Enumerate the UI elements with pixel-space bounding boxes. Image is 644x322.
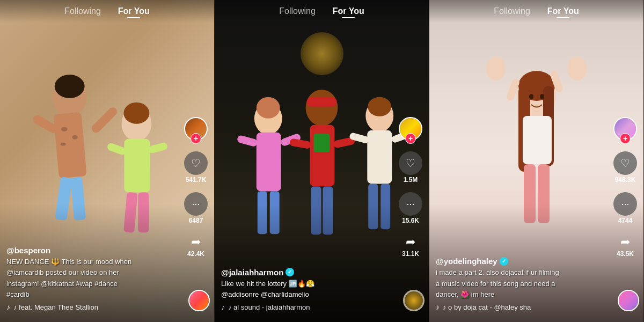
svg-point-16 [123,103,149,124]
share-arrow-icon-1: ➦ [191,235,201,249]
follow-plus-1[interactable]: + [191,133,201,144]
caption-2: Like we hit the lottery 🆙🔥😤 @addisonre @… [221,279,391,299]
svg-rect-22 [237,135,258,147]
bottom-profile-3[interactable] [618,290,639,311]
caption-line-1-1: NEW DANCE 🔱 This is our mood when [6,257,177,267]
caption-line-1-4: #cardib [6,290,177,299]
caption-1: NEW DANCE 🔱 This is our mood when @iamca… [6,257,177,299]
svg-point-51 [540,94,544,99]
svg-rect-15 [148,142,168,154]
for-you-tab-2[interactable]: For You [333,6,364,18]
svg-rect-14 [106,142,127,156]
share-count-3: 43.5K [617,250,634,258]
sound-row-2[interactable]: ♪ ♪ al sound - jalaiahharmon [221,303,391,311]
caption-line-1-2: @iamcardib posted our video on her [6,268,177,277]
svg-point-6 [55,75,85,98]
svg-rect-1 [54,112,87,179]
username-1[interactable]: @besperon [6,246,177,255]
verified-icon-2: ✓ [286,268,294,276]
caption-3: i made a part 2. also dojacat if ur film… [436,268,606,299]
for-you-tab-1[interactable]: For You [118,6,150,18]
svg-point-49 [567,57,587,80]
sound-label-2: ♪ al sound - jalaiahharmon [228,303,310,311]
caption-line-1-3: instagram! @kltkatnat #wap #dance [6,279,177,289]
like-button-3[interactable]: ♡ 948.3K [613,151,637,184]
sound-row-1[interactable]: ♪ ♪ feat. Megan Thee Stallion [6,303,177,311]
svg-point-21 [257,97,280,119]
svg-rect-11 [124,139,150,193]
like-button-2[interactable]: ♡ 1.5M [399,151,422,184]
share-button-2[interactable]: ➦ 31.1K [402,235,419,258]
heart-icon-3: ♡ [613,151,637,175]
top-nav-3: Following For You [429,0,643,23]
caption-line-3-3: dancer, 🌺 im here [436,290,606,299]
username-3[interactable]: @yodelinghaley ✓ [436,257,606,266]
share-arrow-icon-3: ➦ [620,235,630,249]
share-button-1[interactable]: ➦ 42.4K [187,235,204,258]
like-count-2: 1.5M [404,176,418,184]
video-panel-2[interactable]: Following For You + ♡ 1.5M ··· 15.6K ➦ 3… [215,0,429,322]
svg-rect-5 [90,106,119,135]
video-panel-3[interactable]: Following For You + ♡ 948.3K ··· 4744 ➦ … [429,0,644,322]
svg-rect-18 [257,133,281,192]
comment-button-2[interactable]: ··· 15.6K [399,192,422,224]
follow-plus-2[interactable]: + [405,133,416,144]
caption-line-2-1: Like we hit the lottery 🆙🔥😤 [221,279,391,289]
spinning-disc-2[interactable] [403,290,425,311]
svg-point-36 [368,97,391,116]
follow-plus-3[interactable]: + [620,133,631,144]
comment-icon-2: ··· [399,192,422,216]
bottom-profile-1[interactable] [188,290,210,311]
music-note-icon-2: ♪ [221,303,225,311]
svg-rect-25 [307,97,337,107]
svg-point-7 [61,127,68,131]
share-count-1: 42.4K [187,250,204,258]
music-note-icon-3: ♪ [436,303,440,311]
verified-icon-3: ✓ [500,257,508,266]
sound-label-3: ♪ o by doja cat - @haley sha [443,303,531,311]
svg-rect-27 [314,134,330,152]
comment-count-2: 15.6K [402,217,419,224]
svg-point-9 [61,143,66,146]
sound-label-1: ♪ feat. Megan Thee Stallion [13,303,98,311]
actions-sidebar-3: + ♡ 948.3K ··· 4744 ➦ 43.5K [613,117,637,258]
caption-line-2-2: @addisonre @charlidamelio [221,290,391,299]
comment-count-1: 6487 [189,217,203,224]
comment-count-3: 4744 [618,217,633,224]
svg-rect-43 [523,116,552,164]
like-count-3: 948.3K [615,176,636,184]
share-arrow-icon-2: ➦ [406,235,415,249]
share-count-2: 31.1K [402,250,419,258]
following-tab-1[interactable]: Following [64,6,101,18]
video-panel-1[interactable]: Following For You + ♡ 541.7K ··· 6487 ➦ … [0,0,215,322]
avatar-container-2[interactable]: + [399,117,422,141]
svg-point-50 [529,94,533,99]
actions-sidebar-2: + ♡ 1.5M ··· 15.6K ➦ 31.1K [399,117,422,258]
avatar-container-1[interactable]: + [184,117,208,141]
username-2[interactable]: @jalaiahharmon ✓ [221,268,391,277]
svg-point-24 [306,90,338,126]
svg-rect-33 [367,130,392,184]
like-button-1[interactable]: ♡ 541.7K [184,151,208,184]
caption-line-3-1: i made a part 2. also dojacat if ur film… [436,268,606,277]
top-nav-1: Following For You [0,0,214,23]
share-button-3[interactable]: ➦ 43.5K [617,235,634,258]
svg-rect-30 [289,138,312,149]
comment-icon-1: ··· [184,192,208,216]
bottom-info-2: @jalaiahharmon ✓ Like we hit the lottery… [221,268,391,311]
following-tab-3[interactable]: Following [494,6,530,18]
comment-button-3[interactable]: ··· 4744 [613,192,637,224]
like-count-1: 541.7K [186,176,207,184]
avatar-container-3[interactable]: + [613,117,637,141]
bottom-info-1: @besperon NEW DANCE 🔱 This is our mood w… [6,246,177,311]
comment-icon-3: ··· [613,192,637,216]
music-note-icon-1: ♪ [6,303,10,311]
following-tab-2[interactable]: Following [279,6,316,18]
svg-point-48 [486,57,506,80]
svg-point-8 [72,135,78,140]
heart-icon-2: ♡ [399,151,422,175]
sound-row-3[interactable]: ♪ ♪ o by doja cat - @haley sha [436,303,606,311]
comment-button-1[interactable]: ··· 6487 [184,192,208,224]
caption-line-3-2: a music video for this song and need a [436,279,606,289]
for-you-tab-3[interactable]: For You [547,6,579,18]
